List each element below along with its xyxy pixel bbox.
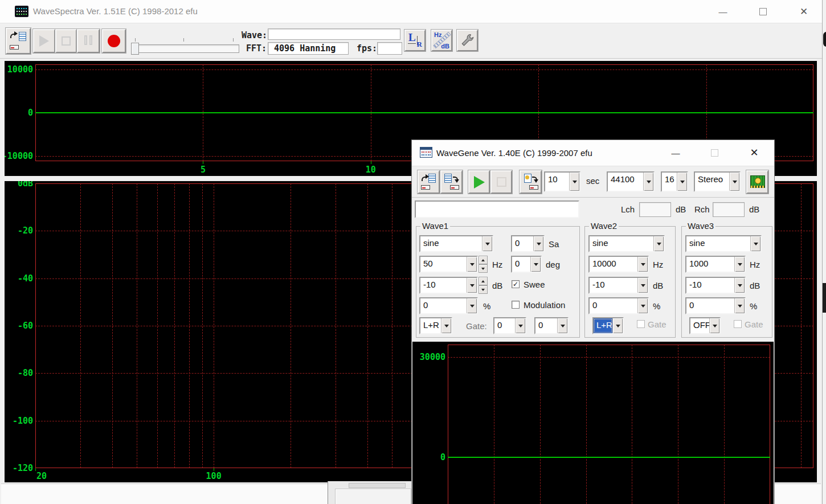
- chevron-down-icon[interactable]: [467, 278, 477, 293]
- wave2-percent-combo[interactable]: 0: [588, 297, 649, 314]
- chevron-glyph: [518, 325, 523, 330]
- wave3-frequency-combo[interactable]: 1000: [685, 256, 746, 273]
- combo-value: sine: [420, 236, 482, 251]
- maximize-button[interactable]: [751, 3, 775, 19]
- wave2-frequency-combo[interactable]: 10000: [588, 256, 649, 273]
- wave3-channel-combo[interactable]: OFF: [689, 317, 721, 334]
- combo-value: Stereo: [695, 173, 729, 191]
- play-button[interactable]: [468, 170, 490, 194]
- combo-value: L+R: [594, 318, 612, 333]
- chevron-down-icon[interactable]: [653, 236, 664, 251]
- minimize-button[interactable]: —: [711, 3, 735, 19]
- chevron-down-icon[interactable]: [612, 318, 623, 333]
- maximize-button[interactable]: [703, 145, 726, 161]
- chevron-down-icon[interactable]: [734, 278, 745, 293]
- spinner-down-button[interactable]: [479, 285, 488, 294]
- wave2-gate-checkbox: [637, 320, 645, 328]
- chevron-down-icon[interactable]: [734, 298, 745, 313]
- export-wave-button[interactable]: [520, 170, 542, 194]
- wave2-channel-combo[interactable]: L+R: [592, 317, 624, 334]
- wavespectra-titlebar: WaveSpectra Ver. 1.51E (C) 1998-2012 efu…: [0, 0, 822, 23]
- chevron-down-icon[interactable]: [441, 318, 451, 333]
- wave1-phase-combo[interactable]: 0: [511, 256, 542, 273]
- wave1-level-combo[interactable]: -10: [419, 277, 478, 294]
- wave1-frequency-combo[interactable]: 50: [419, 256, 478, 273]
- chevron-down-icon[interactable]: [729, 173, 739, 191]
- wave3-percent-combo[interactable]: 0: [685, 297, 746, 314]
- chevron-down-icon[interactable]: [709, 318, 719, 333]
- duration-combo[interactable]: 10: [544, 171, 580, 192]
- channels-combo[interactable]: Stereo: [694, 171, 741, 192]
- fragment-panel: [349, 483, 406, 488]
- chevron-down-icon[interactable]: [530, 257, 541, 272]
- wave-file-input[interactable]: [268, 28, 400, 40]
- slider-tick: [183, 38, 184, 42]
- chevron-down-icon[interactable]: [557, 318, 567, 333]
- close-button[interactable]: ✕: [743, 145, 766, 161]
- chevron-down-icon[interactable]: [637, 298, 648, 313]
- wave1-gate2-combo[interactable]: 0: [534, 317, 569, 334]
- sound-device-button[interactable]: [746, 170, 768, 194]
- wave1-level-spinner[interactable]: [479, 277, 488, 294]
- stop-button[interactable]: [55, 29, 77, 53]
- chevron-down-icon[interactable]: [643, 173, 653, 191]
- wave1-gate1-combo[interactable]: 0: [493, 317, 526, 334]
- spinner-up-button[interactable]: [479, 277, 488, 285]
- open-button[interactable]: [418, 170, 440, 194]
- wave3-waveform-combo[interactable]: sine: [685, 235, 762, 252]
- wave2-level-unit: dB: [653, 281, 663, 290]
- stop-button[interactable]: [490, 170, 512, 194]
- device-icon: [450, 185, 459, 190]
- wave2-level-combo[interactable]: -10: [588, 277, 649, 294]
- chevron-glyph: [561, 325, 565, 330]
- samplerate-combo[interactable]: 44100: [607, 171, 655, 192]
- open-device-button[interactable]: [6, 28, 31, 54]
- record-button[interactable]: [102, 29, 126, 53]
- chevron-down-icon[interactable]: [467, 257, 477, 272]
- name-field[interactable]: [415, 200, 579, 218]
- position-slider-thumb[interactable]: [131, 43, 139, 55]
- chevron-down-icon[interactable]: [750, 236, 760, 251]
- sweep-checkbox[interactable]: [512, 280, 520, 288]
- chevron-down-icon[interactable]: [482, 236, 492, 251]
- wave1-harmonic-combo[interactable]: 0: [511, 235, 545, 252]
- hz-db-scale-button[interactable]: Hz dB: [431, 30, 452, 51]
- arrow-head-icon: [534, 179, 538, 185]
- wavespectra-title: WaveSpectra Ver. 1.51E (C) 1998-2012 efu: [33, 0, 198, 23]
- spinner-down-button[interactable]: [479, 264, 488, 273]
- wave3-level-combo[interactable]: -10: [685, 277, 746, 294]
- save-button[interactable]: [440, 170, 463, 194]
- wave1-percent-combo[interactable]: 0: [419, 297, 478, 314]
- chevron-down-icon[interactable]: [533, 236, 543, 251]
- wavegene-preview-chart: 300000: [412, 342, 774, 504]
- wave1-waveform-combo[interactable]: sine: [419, 235, 493, 252]
- wave1-channel-combo[interactable]: L+R: [419, 317, 452, 334]
- chevron-down-icon[interactable]: [637, 278, 648, 293]
- chevron-down-icon[interactable]: [467, 298, 477, 313]
- settings-button[interactable]: [457, 30, 478, 51]
- chevron-down-icon[interactable]: [637, 257, 648, 272]
- pause-button[interactable]: [77, 29, 100, 53]
- bits-combo[interactable]: 16: [661, 171, 688, 192]
- chevron-down-icon[interactable]: [734, 257, 745, 272]
- wave2-waveform-combo[interactable]: sine: [588, 235, 665, 252]
- chevron-down-icon[interactable]: [515, 318, 525, 333]
- combo-value: 0: [512, 257, 530, 272]
- fps-input[interactable]: [377, 42, 402, 55]
- sweep-label: Swee: [524, 280, 545, 289]
- close-button[interactable]: ✕: [792, 3, 816, 19]
- modulation-checkbox[interactable]: [512, 301, 520, 309]
- spinner-up-button[interactable]: [479, 256, 488, 264]
- clipped-scrollbar[interactable]: [823, 283, 826, 313]
- position-slider-track[interactable]: [131, 44, 239, 53]
- combo-value: sine: [590, 236, 653, 251]
- minimize-button[interactable]: —: [664, 145, 687, 161]
- sec-label: sec: [586, 176, 599, 186]
- play-button[interactable]: [33, 29, 55, 53]
- fft-settings-input[interactable]: 4096 Hanning: [268, 42, 349, 55]
- wave3-gate-label: Gate: [745, 319, 763, 329]
- chevron-down-icon[interactable]: [569, 173, 579, 191]
- chevron-down-icon[interactable]: [677, 173, 687, 191]
- wave1-frequency-spinner[interactable]: [479, 256, 488, 273]
- channel-lr-button[interactable]: L R: [404, 30, 426, 51]
